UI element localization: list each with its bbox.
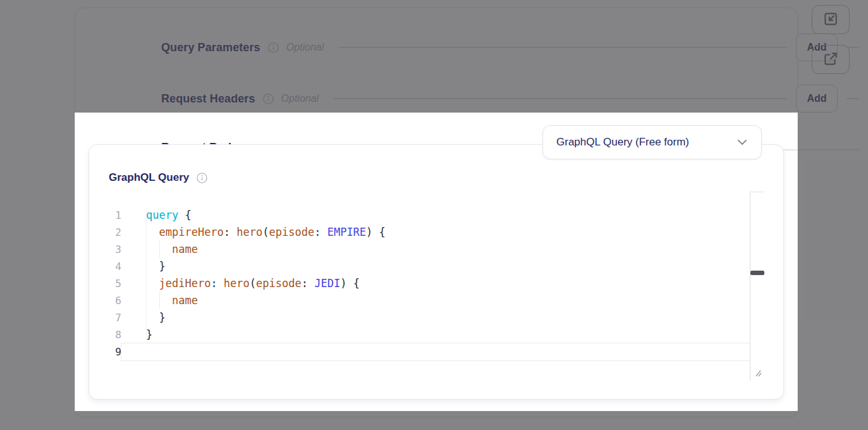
divider: [334, 98, 787, 99]
arrow-into-square-icon: [822, 11, 839, 29]
optional-badge: Optional: [286, 42, 324, 53]
body-type-selected-value: GraphQL Query (Free form): [556, 136, 731, 149]
request-headers-label: Request Headers: [161, 92, 255, 106]
dim-overlay-left: [0, 113, 75, 411]
code-line-3[interactable]: 3 name: [109, 241, 750, 258]
editor-side-panel-divider: [750, 192, 750, 381]
line-number: 2: [109, 224, 121, 241]
code-line-content[interactable]: name: [121, 241, 750, 258]
line-number: 1: [109, 207, 121, 224]
chevron-down-icon: [737, 137, 747, 148]
graphql-query-label: GraphQL Query: [109, 171, 189, 184]
collapse-editor-button[interactable]: [812, 5, 850, 34]
code-line-2[interactable]: 2 empireHero: hero(episode: EMPIRE) {: [109, 224, 750, 241]
textarea-resize-handle[interactable]: [753, 368, 764, 379]
open-external-button[interactable]: [812, 45, 850, 74]
graphql-query-label-row: GraphQL Query: [109, 171, 207, 184]
line-number: 3: [109, 241, 121, 258]
line-number: 6: [109, 292, 121, 309]
code-line-7[interactable]: 7 }: [109, 309, 750, 326]
code-line-content[interactable]: }: [121, 258, 750, 275]
code-line-content[interactable]: empireHero: hero(episode: EMPIRE) {: [121, 224, 750, 241]
divider-drag-grip[interactable]: [750, 271, 764, 275]
body-type-select[interactable]: GraphQL Query (Free form): [542, 125, 762, 159]
screen: Query Parameters Optional Add Request He…: [0, 0, 868, 430]
info-icon[interactable]: [197, 173, 207, 183]
optional-badge: Optional: [281, 93, 319, 104]
code-line-6[interactable]: 6 name: [109, 292, 750, 309]
code-lines[interactable]: 1query {2 empireHero: hero(episode: EMPI…: [109, 207, 750, 360]
request-headers-row: Request Headers Optional Add: [161, 85, 859, 113]
editor-side-panel-edge: [750, 192, 764, 192]
code-line-1[interactable]: 1query {: [109, 207, 750, 224]
info-icon[interactable]: [268, 42, 279, 53]
code-editor[interactable]: 1query {2 empireHero: hero(episode: EMPI…: [109, 190, 766, 381]
query-parameters-label: Query Parameters: [161, 41, 260, 54]
code-line-4[interactable]: 4 }: [109, 258, 750, 275]
code-line-content[interactable]: query {: [121, 207, 750, 224]
external-link-icon: [822, 51, 839, 69]
code-line-content[interactable]: [121, 343, 750, 360]
code-line-8[interactable]: 8}: [109, 326, 750, 343]
code-line-content[interactable]: jediHero: hero(episode: JEDI) {: [121, 275, 750, 292]
code-line-content[interactable]: }: [121, 326, 750, 343]
line-number: 7: [109, 309, 121, 326]
line-number: 8: [109, 326, 121, 343]
code-line-5[interactable]: 5 jediHero: hero(episode: JEDI) {: [109, 275, 750, 292]
divider: [847, 98, 859, 99]
line-number: 4: [109, 258, 121, 275]
code-line-9[interactable]: 9: [109, 343, 750, 360]
dim-overlay-right: [798, 113, 868, 411]
code-line-content[interactable]: name: [121, 292, 750, 309]
line-number: 5: [109, 275, 121, 292]
code-line-content[interactable]: }: [121, 309, 750, 326]
add-request-header-button[interactable]: Add: [796, 85, 838, 113]
divider: [339, 47, 787, 48]
info-icon[interactable]: [263, 94, 274, 104]
graphql-query-panel: GraphQL Query 1query {2 empireHero: hero…: [89, 144, 784, 400]
query-parameters-row: Query Parameters Optional Add: [161, 34, 859, 61]
line-number: 9: [109, 343, 121, 360]
